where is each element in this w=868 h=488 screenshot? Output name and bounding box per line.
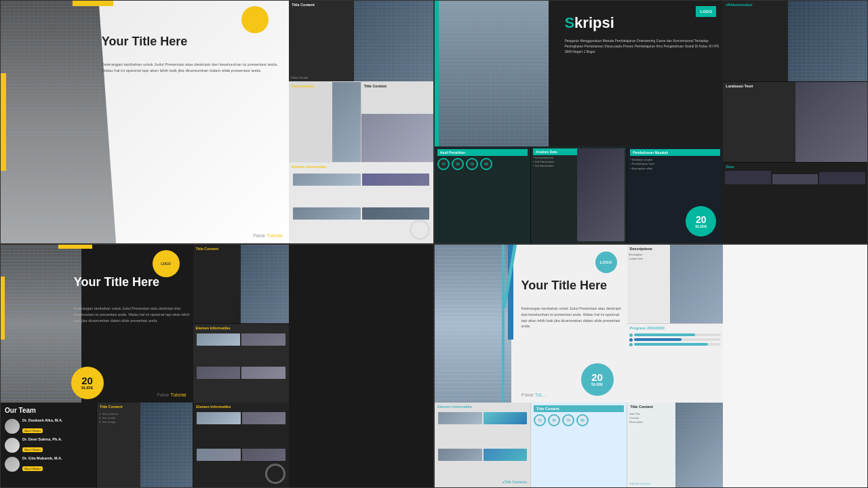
q2-sidebar: ●Rekomendasi Landasan Teori Data	[723, 1, 867, 243]
q4-prog-3-dot	[629, 343, 633, 346]
q4-logo-text: LOGO	[600, 260, 612, 264]
q1-title: Your Title Here	[102, 35, 282, 49]
q1-mini-slide-3[interactable]: Elemen Informatika	[289, 163, 433, 243]
q3-mini-1[interactable]: Title Content	[193, 245, 290, 323]
q2-mini-2[interactable]: Landasan Teori	[723, 82, 867, 163]
q2-analisis-text: • 1st Intervention• 2nd Intervention• 3r…	[533, 156, 574, 241]
q1-stethoscope-deco	[410, 220, 430, 240]
q1-mini-2a-title: Descriptions	[292, 84, 314, 88]
q1-mini-2b-img	[361, 114, 433, 162]
q4-prog-2	[629, 338, 722, 342]
q4-badge: 20 SLIDE	[581, 363, 614, 396]
q4-mini-1-title: Descriptions	[630, 247, 652, 251]
q3-our-team-slide: Our Team Dr. Daukash Alka, M.A. Guru / D…	[1, 403, 96, 487]
q2-circle-79: 79	[466, 158, 478, 170]
quadrant-2: LOGO Skripsi Pengaruh Menggunakan Metode…	[434, 0, 868, 244]
q4-bottom-row: Elemen Informatika ●Title Content● Title…	[435, 403, 723, 487]
q3-avatar-2-img	[5, 438, 20, 453]
q4-b-elemen-4	[484, 449, 528, 461]
q4-bottom-subtitle-tag: SubTitle Content	[629, 482, 650, 485]
q4-circles: 75 58 79 88	[534, 414, 624, 426]
q2-skripsi-title: Skripsi	[564, 14, 614, 32]
q2-mini-2-img	[795, 82, 867, 163]
q4-progress-bars	[629, 333, 722, 401]
q4-bottom-title-img	[675, 403, 724, 487]
q1-mini-2a: Descriptions	[289, 82, 361, 163]
q1-yellow-bar-top	[73, 1, 113, 6]
q3-bottom-row: Our Team Dr. Daukash Alka, M.A. Guru / D…	[1, 403, 289, 487]
q1-mini-1-title: Title Content	[292, 3, 315, 7]
q3-yellow-side	[1, 277, 5, 340]
q1-mini-2b: Title Content	[361, 82, 433, 163]
q4-b-elemen-3	[438, 449, 482, 461]
q1-mini-1-bg-windows	[354, 1, 433, 81]
q1-mini-slide-2[interactable]: Descriptions Title Content	[289, 82, 433, 163]
q1-mini-slide-1[interactable]: Title Content Pakar Tutorial	[289, 1, 433, 81]
q2-mini-3[interactable]: Data	[723, 163, 867, 243]
q3-avatar-3	[5, 457, 20, 472]
q3-bottom-slide2-title: Title Content	[100, 405, 123, 409]
q1-building-graphic	[1, 1, 116, 243]
q3-bottom-slide2-text: 1. Item pertama2. Item kedua3. Item keti…	[99, 412, 146, 425]
q3-member-2-name: Dr. Dewi Sukma, Ph.A.	[22, 437, 62, 441]
q4-bottom-circles: Title Content 75 58 79 88	[531, 403, 627, 487]
q4-b-elemen-grid	[437, 411, 528, 485]
q2-mini-3-title: Data	[726, 165, 734, 169]
q3-top-row: LOGO Your Title Here Keterangan tambahan…	[1, 245, 289, 403]
q4-mini-1[interactable]: Descriptions Descriptioncontent text	[627, 245, 724, 323]
q2-circle-58: 58	[452, 158, 464, 170]
q3-building-graphic	[1, 245, 81, 403]
q3-yellow-circle: LOGO	[153, 250, 180, 277]
q2-mini-3-bar3	[819, 172, 865, 184]
q2-circles: 75 58 79 88	[437, 158, 528, 170]
q3-main-slide: LOGO Your Title Here Keterangan tambahan…	[1, 245, 193, 403]
q3-member-3-info: Dr. Gita Mubarok, M.A. Guru / Dosen	[22, 456, 62, 472]
q2-bottom-analisis: Analisis Data • 1st Intervention• 2nd In…	[531, 146, 627, 243]
q3-elemen-3	[197, 367, 241, 379]
q3-mini-2[interactable]: Elemen Informatika	[193, 324, 290, 403]
q4-bottom-elemen-title: Elemen Informatika	[437, 405, 472, 409]
q3-logo-text: LOGO	[161, 262, 171, 266]
q4-bottom-title-label: Title Content	[630, 405, 653, 409]
q4-b-elemen-1	[438, 412, 482, 424]
q1-elemen-3	[293, 207, 360, 220]
quadrant-4: LOGO Your Title Here Keterangan tambahan…	[434, 244, 868, 488]
q4-prog-2-dot	[629, 338, 633, 342]
q1-elemen-4	[362, 207, 429, 220]
q4-bottom-circles-label: Title Content	[534, 405, 624, 412]
quadrant-3: LOGO Your Title Here Keterangan tambahan…	[0, 244, 434, 488]
q2-circle-75: 75	[437, 158, 450, 170]
q2-circle-88: 88	[480, 158, 492, 170]
q3-badge-label: SLIDE	[81, 386, 94, 390]
q2-pembahasan-text: • Deskripsi singkat• Pembahasan hasil• K…	[630, 158, 720, 171]
q1-brand: Pakar Tutorial	[253, 233, 282, 238]
q2-mini-1[interactable]: ●Rekomendasi	[723, 1, 867, 81]
q4-subtitle: Keterangan tambahan untuk Judul Presenta…	[521, 306, 624, 329]
q4-prog-1-dot	[629, 333, 633, 337]
q3-elemen-grid	[195, 332, 288, 401]
q3-member-2-tag: Guru / Dosen	[22, 447, 43, 452]
q3-brand: Pakar Tutorial	[157, 392, 186, 397]
q3-avatar-1	[5, 419, 20, 434]
q3-sidebar: Title Content Elemen Informatika	[193, 245, 290, 403]
q4-sidebar: Descriptions Descriptioncontent text Pro…	[627, 245, 724, 403]
q2-content-text: Pengaruh Menggunakan Metode Pembelajaran…	[564, 38, 719, 54]
q3-b-elemen-4	[242, 449, 286, 461]
q2-skripsi-rest: kripsi	[574, 14, 614, 31]
q2-main-slide: LOGO Skripsi Pengaruh Menggunakan Metode…	[435, 1, 723, 243]
q3-building-windows	[1, 245, 81, 403]
q3-subtitle: Keterangan tambahan untuk Judul Presenta…	[74, 306, 190, 323]
q4-mini-2[interactable]: Progress 2019/2020	[627, 324, 724, 403]
q1-elemen-2	[362, 174, 429, 186]
q1-mini-3-title: Elemen Informatika	[292, 165, 326, 169]
q3-our-team-title: Our Team	[5, 407, 92, 414]
q4-prog-1	[629, 333, 722, 337]
q3-b-elemen-2	[242, 412, 286, 424]
q3-bottom-slide2-img	[140, 403, 193, 487]
q3-member-1-tag: Guru / Dosen	[22, 428, 43, 433]
q4-circle-75: 75	[534, 414, 546, 426]
q1-main-slide: Your Title Here Keterangan tambahan untu…	[1, 1, 289, 243]
q1-subtitle: Keterangan tambahan untuk Judul Presenta…	[102, 62, 285, 74]
q4-layout: LOGO Your Title Here Keterangan tambahan…	[435, 245, 723, 487]
q2-pembahasan-title: Pembahasan Masalah	[630, 149, 720, 156]
